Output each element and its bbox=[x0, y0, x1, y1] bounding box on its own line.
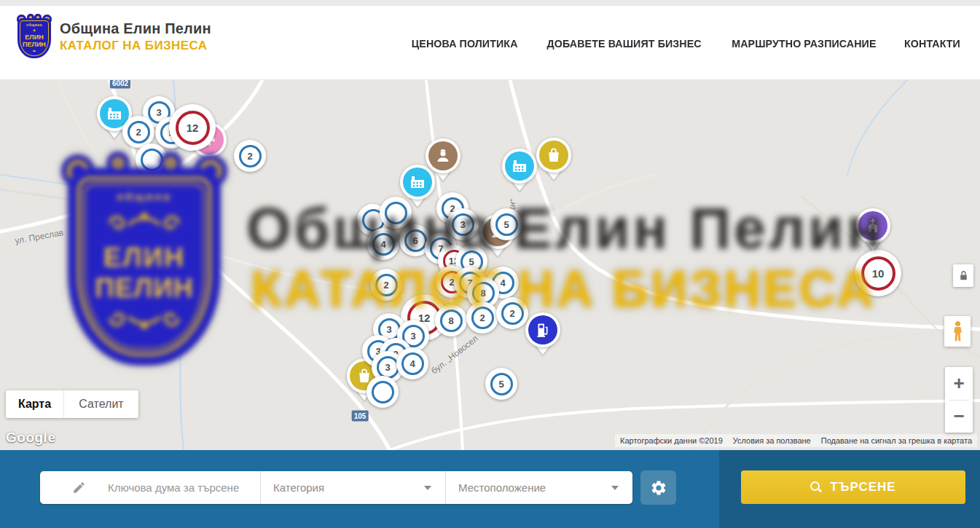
map-cluster-marker[interactable]: 3 bbox=[447, 208, 479, 240]
cluster-count: 12 bbox=[187, 122, 199, 134]
map-cluster-marker[interactable]: 10 bbox=[855, 250, 901, 296]
cluster-count: 4 bbox=[500, 277, 505, 288]
main-nav: ЦЕНОВА ПОЛИТИКАДОБАВЕТЕ ВАШИЯТ БИЗНЕСМАР… bbox=[409, 6, 962, 80]
road-number-label: 105 bbox=[352, 411, 369, 422]
chevron-down-icon bbox=[424, 486, 431, 494]
cluster-count: 4 bbox=[409, 358, 415, 369]
site-title: Община Елин Пелин bbox=[60, 20, 211, 37]
map-canvas[interactable]: 6002105 ул. Преславбул. „Новоселци“ 3251… bbox=[0, 80, 980, 450]
google-logo[interactable]: Google bbox=[6, 430, 55, 446]
window-top-strip bbox=[0, 0, 980, 6]
cluster-count: 4 bbox=[380, 239, 385, 250]
search-icon bbox=[810, 481, 822, 493]
church-icon bbox=[855, 208, 890, 243]
cluster-count: 2 bbox=[136, 127, 141, 138]
zoom-control: + − bbox=[945, 367, 973, 433]
nav-item[interactable]: ДОБАВЕТЕ ВАШИЯТ БИЗНЕС bbox=[547, 37, 702, 50]
cluster-count: 5 bbox=[469, 256, 474, 267]
nav-item[interactable]: КОНТАКТИ bbox=[904, 37, 960, 50]
cluster-count: 2 bbox=[383, 280, 388, 291]
gear-icon bbox=[650, 479, 667, 497]
chevron-down-icon bbox=[611, 486, 619, 494]
map-cluster-marker[interactable]: 8 bbox=[435, 304, 467, 336]
map-pin-marker[interactable] bbox=[536, 138, 571, 183]
map-cluster-marker[interactable] bbox=[366, 376, 399, 408]
cluster-count: 5 bbox=[498, 379, 503, 390]
factory-icon bbox=[502, 149, 537, 184]
map-cluster-marker[interactable] bbox=[380, 197, 412, 229]
map-cluster-marker[interactable]: 2 bbox=[466, 302, 498, 334]
map-pin-marker[interactable] bbox=[426, 138, 460, 184]
category-placeholder: Категория bbox=[261, 481, 324, 494]
map-cluster-marker[interactable]: 5 bbox=[490, 208, 522, 240]
cluster-count: 3 bbox=[156, 107, 161, 118]
cluster-count: 2 bbox=[479, 312, 485, 323]
nav-item[interactable]: ЦЕНОВА ПОЛИТИКА bbox=[411, 37, 517, 50]
pegman-icon bbox=[950, 320, 965, 342]
search-bar: Категория Местоположение ТЪРСЕНЕ bbox=[0, 450, 980, 528]
map-cluster-marker[interactable]: 4 bbox=[367, 228, 399, 260]
cluster-count: 3 bbox=[410, 331, 415, 342]
advanced-settings-button[interactable] bbox=[640, 470, 676, 505]
pencil-icon bbox=[72, 481, 86, 494]
cluster-count: 10 bbox=[872, 267, 885, 280]
satellite-view-button[interactable]: Сателит bbox=[64, 390, 138, 418]
lock-control-button[interactable] bbox=[953, 264, 973, 287]
map-cluster-marker[interactable]: 2 bbox=[234, 140, 266, 172]
cluster-count: 8 bbox=[480, 288, 485, 299]
map-cluster-marker[interactable]: 5 bbox=[485, 368, 517, 400]
site-header: община ✦ ЕЛИН ПЕЛИН ❧ Община Елин Пелин … bbox=[0, 6, 980, 80]
location-select[interactable]: Местоположение bbox=[446, 471, 632, 504]
map-cluster-marker[interactable] bbox=[136, 143, 168, 176]
attribution-link[interactable]: Подаване на сигнал за грешка в картата bbox=[816, 434, 977, 447]
search-field-group: Категория Местоположение bbox=[40, 471, 632, 504]
search-button-label: ТЪРСЕНЕ bbox=[830, 480, 895, 494]
location-placeholder: Местоположение bbox=[446, 481, 546, 494]
road-number-label: 6002 bbox=[110, 80, 130, 89]
cluster-count: 8 bbox=[448, 315, 453, 326]
bag-icon bbox=[536, 138, 571, 173]
map-view-button[interactable]: Карта bbox=[6, 390, 64, 418]
search-button[interactable]: ТЪРСЕНЕ bbox=[741, 470, 965, 504]
map-cluster-marker[interactable]: 4 bbox=[396, 347, 428, 379]
cluster-count: 3 bbox=[460, 219, 465, 230]
map-pin-marker[interactable] bbox=[502, 149, 537, 194]
attribution-text: Картографски данни ©2019 bbox=[615, 434, 728, 447]
cluster-count: 5 bbox=[503, 219, 509, 230]
cluster-count: 6 bbox=[412, 235, 418, 246]
cluster-count: 2 bbox=[509, 308, 514, 319]
map-attribution: Картографски данни ©2019Условия за ползв… bbox=[615, 434, 977, 447]
nav-item[interactable]: МАРШРУТНО РАЗПИСАНИЕ bbox=[732, 37, 876, 50]
category-select[interactable]: Категория bbox=[261, 471, 446, 504]
street-view-pegman[interactable] bbox=[944, 316, 971, 347]
map-pin-marker[interactable] bbox=[525, 312, 560, 358]
cluster-count: 2 bbox=[247, 151, 252, 162]
zoom-in-button[interactable]: + bbox=[945, 368, 973, 400]
map-pin-marker[interactable] bbox=[855, 208, 890, 253]
map-type-control: Карта Сателит bbox=[6, 390, 138, 418]
map-cluster-marker[interactable]: 12 bbox=[169, 104, 216, 151]
lock-icon bbox=[957, 269, 970, 283]
municipality-emblem-icon: община ✦ ЕЛИН ПЕЛИН ❧ bbox=[16, 15, 52, 58]
map-cluster-marker[interactable]: 2 bbox=[370, 269, 402, 301]
map-cluster-marker[interactable]: 2 bbox=[496, 297, 528, 329]
worker-icon bbox=[426, 138, 460, 173]
fuel-icon bbox=[525, 312, 560, 347]
cluster-count: 3 bbox=[385, 362, 390, 373]
zoom-out-button[interactable]: − bbox=[945, 401, 973, 433]
cluster-count: 3 bbox=[386, 324, 391, 335]
site-subtitle: КАТАЛОГ НА БИЗНЕСА bbox=[60, 39, 211, 53]
keyword-section bbox=[40, 471, 261, 504]
attribution-link[interactable]: Условия за ползване bbox=[728, 434, 816, 447]
site-logo[interactable]: община ✦ ЕЛИН ПЕЛИН ❧ Община Елин Пелин … bbox=[16, 15, 211, 58]
